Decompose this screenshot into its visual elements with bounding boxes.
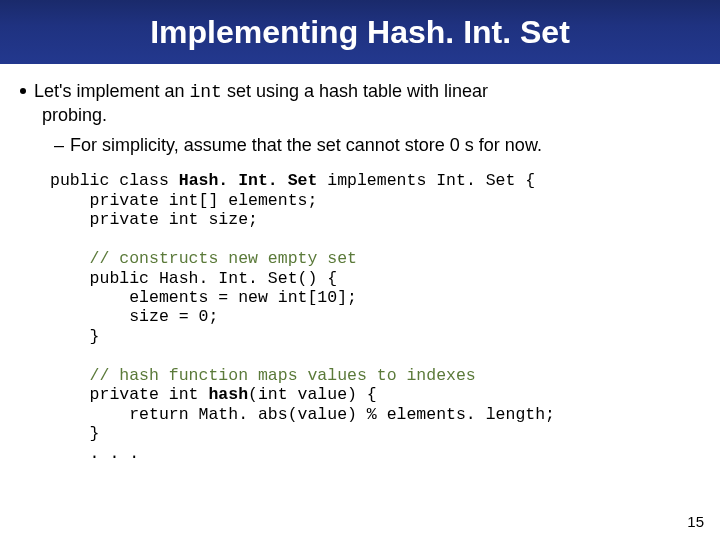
sub-bullet-item: –For simplicity, assume that the set can… xyxy=(20,134,700,157)
code-block: public class Hash. Int. Set implements I… xyxy=(20,171,700,463)
code-line: return Math. abs(value) % elements. leng… xyxy=(50,405,555,424)
bullet-text-pre: Let's implement an xyxy=(34,81,190,101)
bullet-text-code: int xyxy=(190,82,222,102)
code-line: } xyxy=(50,327,100,346)
dash-icon: – xyxy=(54,135,64,155)
code-line: public class xyxy=(50,171,179,190)
code-line: implements Int. Set { xyxy=(317,171,535,190)
bullet-text-line2: probing. xyxy=(20,104,700,127)
code-class-name: Hash. Int. Set xyxy=(179,171,318,190)
code-comment: // hash function maps values to indexes xyxy=(50,366,476,385)
bullet-item: Let's implement an int set using a hash … xyxy=(20,80,700,128)
bullet-text-post: set using a hash table with linear xyxy=(222,81,488,101)
slide-title: Implementing Hash. Int. Set xyxy=(150,14,570,51)
code-line: private int size; xyxy=(50,210,258,229)
code-line: (int value) { xyxy=(248,385,377,404)
code-line: size = 0; xyxy=(50,307,218,326)
code-line: private int xyxy=(50,385,208,404)
bullet-dot-icon xyxy=(20,88,26,94)
code-line: elements = new int[10]; xyxy=(50,288,357,307)
title-bar: Implementing Hash. Int. Set xyxy=(0,0,720,64)
slide-content: Let's implement an int set using a hash … xyxy=(0,64,720,463)
code-comment: // constructs new empty set xyxy=(50,249,357,268)
code-line: } xyxy=(50,424,100,443)
code-line: public Hash. Int. Set() { xyxy=(50,269,337,288)
sub-bullet-text: For simplicity, assume that the set cann… xyxy=(70,135,542,155)
page-number: 15 xyxy=(687,513,704,530)
code-line: . . . xyxy=(50,444,139,463)
code-method-name: hash xyxy=(208,385,248,404)
code-line: private int[] elements; xyxy=(50,191,317,210)
